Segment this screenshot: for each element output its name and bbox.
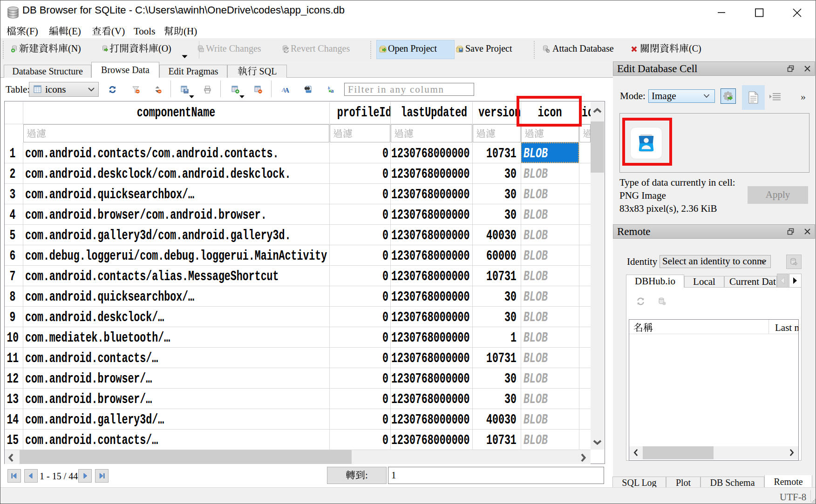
svg-text:b: b	[328, 86, 330, 90]
svg-text:A: A	[285, 87, 289, 94]
svg-text:a: a	[331, 87, 334, 94]
